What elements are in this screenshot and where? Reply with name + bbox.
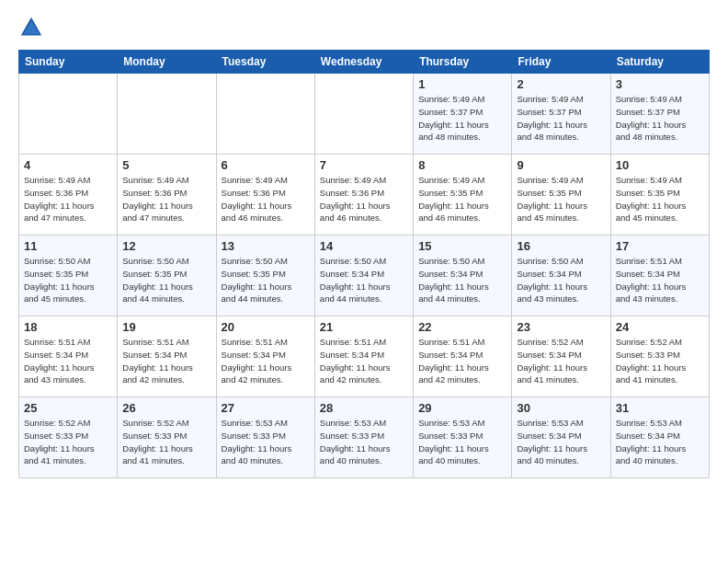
day-number: 16 — [517, 239, 605, 253]
calendar-cell: 31Sunrise: 5:53 AMSunset: 5:34 PMDayligh… — [610, 397, 709, 478]
day-detail: Sunrise: 5:51 AMSunset: 5:34 PMDaylight:… — [320, 336, 408, 386]
day-detail: Sunrise: 5:53 AMSunset: 5:33 PMDaylight:… — [320, 417, 408, 467]
day-detail: Sunrise: 5:51 AMSunset: 5:34 PMDaylight:… — [24, 336, 112, 386]
day-number: 23 — [517, 320, 605, 334]
day-detail: Sunrise: 5:51 AMSunset: 5:34 PMDaylight:… — [616, 255, 704, 305]
day-detail: Sunrise: 5:49 AMSunset: 5:37 PMDaylight:… — [517, 93, 605, 144]
logo — [18, 15, 48, 40]
day-detail: Sunrise: 5:52 AMSunset: 5:33 PMDaylight:… — [24, 417, 112, 467]
weekday-header-monday: Monday — [118, 51, 216, 74]
day-number: 7 — [320, 158, 408, 172]
calendar-cell — [118, 74, 216, 155]
day-number: 24 — [616, 320, 704, 334]
day-detail: Sunrise: 5:51 AMSunset: 5:34 PMDaylight:… — [122, 336, 210, 386]
calendar-cell: 7Sunrise: 5:49 AMSunset: 5:36 PMDaylight… — [314, 155, 413, 236]
day-number: 19 — [122, 320, 210, 334]
day-detail: Sunrise: 5:49 AMSunset: 5:36 PMDaylight:… — [320, 174, 408, 224]
calendar-cell — [216, 74, 314, 155]
calendar-cell: 14Sunrise: 5:50 AMSunset: 5:34 PMDayligh… — [314, 236, 413, 316]
calendar-table: SundayMondayTuesdayWednesdayThursdayFrid… — [18, 50, 710, 478]
calendar-row-4: 25Sunrise: 5:52 AMSunset: 5:33 PMDayligh… — [19, 397, 710, 478]
weekday-header-friday: Friday — [512, 51, 610, 74]
calendar-cell: 5Sunrise: 5:49 AMSunset: 5:36 PMDaylight… — [118, 155, 216, 236]
calendar-cell: 24Sunrise: 5:52 AMSunset: 5:33 PMDayligh… — [610, 316, 709, 397]
day-number: 9 — [517, 158, 605, 172]
day-number: 17 — [616, 239, 704, 253]
page: SundayMondayTuesdayWednesdayThursdayFrid… — [0, 0, 728, 563]
calendar-row-1: 4Sunrise: 5:49 AMSunset: 5:36 PMDaylight… — [19, 155, 710, 236]
day-number: 13 — [222, 239, 310, 253]
calendar-cell: 9Sunrise: 5:49 AMSunset: 5:35 PMDaylight… — [512, 155, 610, 236]
day-detail: Sunrise: 5:53 AMSunset: 5:33 PMDaylight:… — [222, 417, 310, 467]
day-detail: Sunrise: 5:51 AMSunset: 5:34 PMDaylight:… — [418, 336, 506, 386]
day-detail: Sunrise: 5:50 AMSunset: 5:35 PMDaylight:… — [122, 255, 210, 305]
calendar-cell: 13Sunrise: 5:50 AMSunset: 5:35 PMDayligh… — [216, 236, 314, 316]
weekday-header-saturday: Saturday — [610, 51, 709, 74]
calendar-cell: 22Sunrise: 5:51 AMSunset: 5:34 PMDayligh… — [414, 316, 512, 397]
header — [18, 15, 710, 40]
calendar-cell: 4Sunrise: 5:49 AMSunset: 5:36 PMDaylight… — [19, 155, 118, 236]
day-number: 2 — [517, 77, 605, 91]
day-detail: Sunrise: 5:49 AMSunset: 5:36 PMDaylight:… — [122, 174, 210, 224]
calendar-row-0: 1Sunrise: 5:49 AMSunset: 5:37 PMDaylight… — [19, 74, 710, 155]
day-detail: Sunrise: 5:49 AMSunset: 5:37 PMDaylight:… — [616, 93, 704, 144]
day-number: 25 — [24, 401, 112, 415]
calendar-cell: 16Sunrise: 5:50 AMSunset: 5:34 PMDayligh… — [512, 236, 610, 316]
day-number: 14 — [320, 239, 408, 253]
day-number: 28 — [320, 401, 408, 415]
calendar-row-2: 11Sunrise: 5:50 AMSunset: 5:35 PMDayligh… — [19, 236, 710, 316]
calendar-cell: 12Sunrise: 5:50 AMSunset: 5:35 PMDayligh… — [118, 236, 216, 316]
day-detail: Sunrise: 5:52 AMSunset: 5:33 PMDaylight:… — [616, 336, 704, 386]
calendar-cell: 8Sunrise: 5:49 AMSunset: 5:35 PMDaylight… — [414, 155, 512, 236]
calendar-cell: 3Sunrise: 5:49 AMSunset: 5:37 PMDaylight… — [610, 74, 709, 155]
calendar-cell: 27Sunrise: 5:53 AMSunset: 5:33 PMDayligh… — [216, 397, 314, 478]
day-number: 4 — [24, 158, 112, 172]
calendar-row-3: 18Sunrise: 5:51 AMSunset: 5:34 PMDayligh… — [19, 316, 710, 397]
calendar-cell: 28Sunrise: 5:53 AMSunset: 5:33 PMDayligh… — [314, 397, 413, 478]
calendar-cell: 17Sunrise: 5:51 AMSunset: 5:34 PMDayligh… — [610, 236, 709, 316]
day-number: 21 — [320, 320, 408, 334]
day-number: 3 — [616, 77, 704, 91]
day-number: 12 — [122, 239, 210, 253]
day-detail: Sunrise: 5:53 AMSunset: 5:34 PMDaylight:… — [616, 417, 704, 467]
day-detail: Sunrise: 5:50 AMSunset: 5:34 PMDaylight:… — [418, 255, 506, 305]
day-detail: Sunrise: 5:53 AMSunset: 5:33 PMDaylight:… — [418, 417, 506, 467]
day-number: 31 — [616, 401, 704, 415]
day-number: 11 — [24, 239, 112, 253]
calendar-cell: 11Sunrise: 5:50 AMSunset: 5:35 PMDayligh… — [19, 236, 118, 316]
logo-icon — [18, 15, 44, 40]
weekday-header-row: SundayMondayTuesdayWednesdayThursdayFrid… — [19, 51, 710, 74]
day-detail: Sunrise: 5:52 AMSunset: 5:33 PMDaylight:… — [122, 417, 210, 467]
calendar-cell: 21Sunrise: 5:51 AMSunset: 5:34 PMDayligh… — [314, 316, 413, 397]
day-number: 18 — [24, 320, 112, 334]
day-detail: Sunrise: 5:50 AMSunset: 5:35 PMDaylight:… — [222, 255, 310, 305]
day-number: 10 — [616, 158, 704, 172]
day-detail: Sunrise: 5:50 AMSunset: 5:35 PMDaylight:… — [24, 255, 112, 305]
calendar-cell: 1Sunrise: 5:49 AMSunset: 5:37 PMDaylight… — [414, 74, 512, 155]
calendar-cell: 19Sunrise: 5:51 AMSunset: 5:34 PMDayligh… — [118, 316, 216, 397]
calendar-cell: 15Sunrise: 5:50 AMSunset: 5:34 PMDayligh… — [414, 236, 512, 316]
day-number: 29 — [418, 401, 506, 415]
calendar-cell: 6Sunrise: 5:49 AMSunset: 5:36 PMDaylight… — [216, 155, 314, 236]
day-detail: Sunrise: 5:49 AMSunset: 5:35 PMDaylight:… — [616, 174, 704, 224]
calendar-cell: 18Sunrise: 5:51 AMSunset: 5:34 PMDayligh… — [19, 316, 118, 397]
calendar-cell: 25Sunrise: 5:52 AMSunset: 5:33 PMDayligh… — [19, 397, 118, 478]
weekday-header-thursday: Thursday — [414, 51, 512, 74]
day-detail: Sunrise: 5:53 AMSunset: 5:34 PMDaylight:… — [517, 417, 605, 467]
calendar-cell: 10Sunrise: 5:49 AMSunset: 5:35 PMDayligh… — [610, 155, 709, 236]
weekday-header-wednesday: Wednesday — [314, 51, 413, 74]
weekday-header-sunday: Sunday — [19, 51, 118, 74]
day-number: 22 — [418, 320, 506, 334]
day-detail: Sunrise: 5:49 AMSunset: 5:36 PMDaylight:… — [24, 174, 112, 224]
day-number: 30 — [517, 401, 605, 415]
day-number: 1 — [418, 77, 506, 91]
calendar-cell: 30Sunrise: 5:53 AMSunset: 5:34 PMDayligh… — [512, 397, 610, 478]
day-number: 26 — [122, 401, 210, 415]
calendar-cell: 20Sunrise: 5:51 AMSunset: 5:34 PMDayligh… — [216, 316, 314, 397]
day-detail: Sunrise: 5:49 AMSunset: 5:35 PMDaylight:… — [418, 174, 506, 224]
day-detail: Sunrise: 5:50 AMSunset: 5:34 PMDaylight:… — [517, 255, 605, 305]
day-detail: Sunrise: 5:51 AMSunset: 5:34 PMDaylight:… — [222, 336, 310, 386]
day-detail: Sunrise: 5:49 AMSunset: 5:36 PMDaylight:… — [222, 174, 310, 224]
calendar-cell: 29Sunrise: 5:53 AMSunset: 5:33 PMDayligh… — [414, 397, 512, 478]
day-number: 6 — [222, 158, 310, 172]
